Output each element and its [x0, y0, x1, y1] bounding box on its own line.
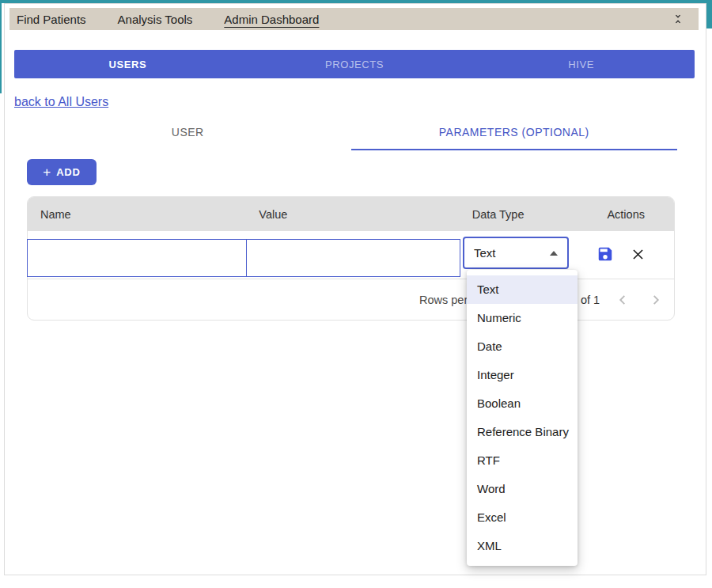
- name-input[interactable]: [27, 239, 247, 277]
- add-button-label: ADD: [56, 166, 81, 178]
- parameters-table: Name Value Data Type Actions Text: [27, 196, 675, 321]
- data-type-select[interactable]: Text: [463, 237, 569, 269]
- dropdown-option-numeric[interactable]: Numeric: [467, 304, 578, 332]
- value-input[interactable]: [246, 239, 460, 277]
- dropdown-option-reference-binary[interactable]: Reference Binary: [467, 418, 578, 446]
- next-page-button[interactable]: [646, 290, 666, 310]
- chevron-left-icon: [614, 291, 631, 309]
- tab-users[interactable]: USERS: [14, 50, 241, 78]
- chevron-right-icon: [647, 291, 665, 309]
- save-floppy-icon: [596, 245, 614, 263]
- table-header-row: Name Value Data Type Actions: [28, 197, 674, 231]
- save-row-button[interactable]: [594, 243, 616, 265]
- window-accent-right: [706, 0, 712, 28]
- window-accent-left: [0, 0, 2, 93]
- cancel-row-button[interactable]: [627, 244, 648, 264]
- dropdown-option-text[interactable]: Text: [467, 275, 578, 304]
- back-to-all-users-link[interactable]: back to All Users: [14, 95, 108, 109]
- dropdown-option-excel[interactable]: Excel: [467, 503, 578, 532]
- tab-user[interactable]: USER: [25, 114, 351, 150]
- tab-projects[interactable]: PROJECTS: [241, 50, 468, 78]
- column-header-data-type: Data Type: [460, 208, 578, 221]
- data-type-selected-value: Text: [474, 246, 496, 260]
- dropdown-option-xml[interactable]: XML: [467, 532, 578, 560]
- column-header-value: Value: [246, 208, 459, 221]
- toolbar-item-analysis-tools[interactable]: Analysis Tools: [118, 13, 193, 26]
- pagination-range-label: of 1: [581, 294, 600, 306]
- top-toolbar: Find Patients Analysis Tools Admin Dashb…: [9, 8, 699, 30]
- page: Find Patients Analysis Tools Admin Dashb…: [0, 0, 712, 588]
- column-header-name: Name: [28, 208, 246, 221]
- toolbar-item-admin-dashboard[interactable]: Admin Dashboard: [224, 13, 319, 26]
- chevron-up-icon: [550, 251, 558, 256]
- tab-hive[interactable]: HIVE: [468, 50, 695, 78]
- toolbar-item-find-patients[interactable]: Find Patients: [17, 13, 86, 26]
- collapse-vertical-icon[interactable]: [670, 11, 686, 27]
- data-type-dropdown-menu: Text Numeric Date Integer Boolean Refere…: [467, 270, 578, 566]
- rows-per-page-label: Rows per: [419, 294, 468, 306]
- plus-icon: +: [43, 165, 51, 179]
- column-header-actions: Actions: [578, 208, 674, 221]
- close-x-icon: [631, 247, 646, 262]
- app-container: Find Patients Analysis Tools Admin Dashb…: [4, 3, 706, 575]
- dropdown-option-boolean[interactable]: Boolean: [467, 389, 578, 418]
- dropdown-option-date[interactable]: Date: [467, 332, 578, 361]
- active-tab-indicator: [351, 149, 678, 150]
- dropdown-option-integer[interactable]: Integer: [467, 361, 578, 389]
- user-sub-tabs: USER PARAMETERS (OPTIONAL): [25, 114, 677, 150]
- dropdown-option-word[interactable]: Word: [467, 475, 578, 503]
- main-nav-tabs: USERS PROJECTS HIVE: [14, 50, 695, 78]
- tab-parameters-optional[interactable]: PARAMETERS (OPTIONAL): [351, 114, 678, 150]
- add-parameter-button[interactable]: + ADD: [27, 159, 97, 185]
- dropdown-option-rtf[interactable]: RTF: [467, 446, 578, 475]
- previous-page-button[interactable]: [612, 290, 633, 310]
